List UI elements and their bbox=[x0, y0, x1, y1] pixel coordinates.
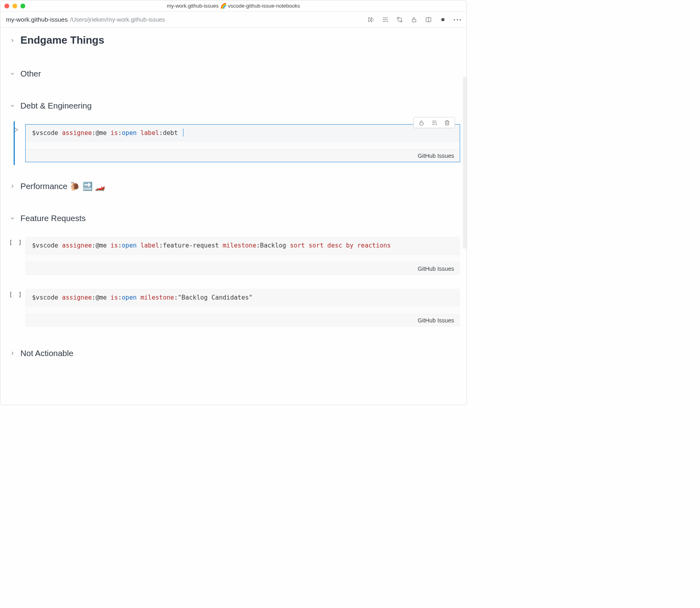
section-title: Endgame Things bbox=[20, 34, 104, 46]
svg-point-0 bbox=[397, 17, 398, 18]
cell-editor[interactable]: $vscode assignee:@me is:open milestone:"… bbox=[25, 289, 460, 327]
cell-editor[interactable]: $vscode assignee:@me is:open label:debt … bbox=[25, 124, 460, 162]
kernel-indicator[interactable]: GitHub Issues bbox=[26, 150, 460, 162]
chevron-down-icon[interactable] bbox=[9, 215, 16, 221]
chevron-right-icon[interactable] bbox=[9, 350, 16, 356]
notebook-editor: Endgame Things Other Debt & Engineering … bbox=[0, 28, 467, 405]
section-other[interactable]: Other bbox=[7, 66, 460, 81]
section-title: Debt & Engineering bbox=[20, 101, 92, 111]
close-window-button[interactable] bbox=[4, 4, 9, 8]
section-notactionable[interactable]: Not Actionable bbox=[7, 346, 460, 360]
unlock-icon[interactable] bbox=[410, 16, 418, 23]
more-actions-icon[interactable] bbox=[454, 16, 461, 23]
kernel-indicator[interactable]: GitHub Issues bbox=[26, 314, 460, 326]
chevron-down-icon[interactable] bbox=[9, 70, 16, 77]
code-cell[interactable]: $vscode assignee:@me is:open label:debt … bbox=[7, 124, 460, 162]
run-all-icon[interactable] bbox=[367, 16, 374, 23]
cell-editor[interactable]: $vscode assignee:@me is:open label:featu… bbox=[25, 237, 460, 275]
window-title: my-work.github-issues 🌈 vscode-github-is… bbox=[0, 3, 467, 9]
kernel-indicator[interactable]: GitHub Issues bbox=[26, 263, 460, 275]
git-compare-icon[interactable] bbox=[396, 16, 403, 23]
split-editor-icon[interactable] bbox=[425, 16, 432, 23]
svg-point-1 bbox=[401, 20, 402, 22]
dirty-indicator-icon bbox=[439, 16, 447, 23]
minimize-window-button[interactable] bbox=[12, 4, 17, 8]
tab-name: my-work.github-issues bbox=[6, 16, 68, 23]
code-line[interactable]: $vscode assignee:@me is:open label:debt bbox=[26, 125, 460, 141]
code-line[interactable]: $vscode assignee:@me is:open label:featu… bbox=[26, 237, 460, 254]
section-features[interactable]: Feature Requests bbox=[7, 211, 460, 225]
chevron-right-icon[interactable] bbox=[9, 37, 16, 44]
editor-tabbar: my-work.github-issues /Users/jrieken/my-… bbox=[0, 12, 467, 28]
code-cell[interactable]: [ ] $vscode assignee:@me is:open label:f… bbox=[7, 237, 460, 275]
scrollbar[interactable] bbox=[463, 77, 467, 249]
section-performance[interactable]: Performance 🐌 🔜 🏎️ bbox=[7, 179, 460, 193]
code-line[interactable]: $vscode assignee:@me is:open milestone:"… bbox=[26, 289, 460, 306]
section-endgame[interactable]: Endgame Things bbox=[7, 32, 460, 49]
section-title: Not Actionable bbox=[20, 348, 73, 358]
editor-actions bbox=[367, 16, 461, 23]
section-title: Feature Requests bbox=[20, 213, 86, 223]
tab-path: /Users/jrieken/my-work.github-issues bbox=[70, 16, 165, 23]
titlebar: my-work.github-issues 🌈 vscode-github-is… bbox=[0, 0, 467, 12]
zoom-window-button[interactable] bbox=[20, 4, 25, 8]
tab[interactable]: my-work.github-issues /Users/jrieken/my-… bbox=[6, 16, 165, 23]
section-title: Other bbox=[20, 69, 41, 79]
section-debt[interactable]: Debt & Engineering bbox=[7, 99, 460, 113]
execution-indicator: [ ] bbox=[9, 291, 23, 327]
svg-rect-2 bbox=[412, 19, 416, 22]
chevron-down-icon[interactable] bbox=[9, 103, 16, 109]
clear-outputs-icon[interactable] bbox=[382, 16, 389, 23]
code-cell[interactable]: [ ] $vscode assignee:@me is:open milesto… bbox=[7, 289, 460, 327]
execution-indicator: [ ] bbox=[9, 239, 23, 275]
section-title: Performance 🐌 🔜 🏎️ bbox=[20, 181, 105, 191]
chevron-right-icon[interactable] bbox=[9, 183, 16, 189]
traffic-lights bbox=[4, 4, 25, 8]
